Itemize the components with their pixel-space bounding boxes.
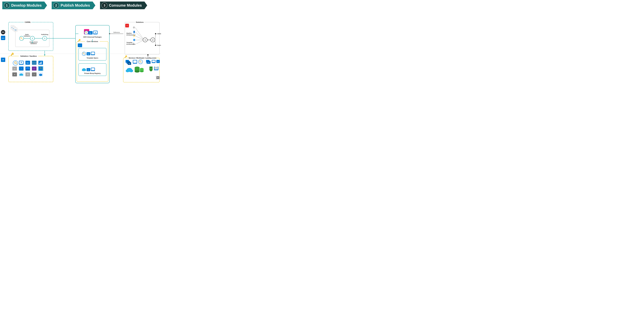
- svg-text:⇌: ⇌: [14, 68, 15, 70]
- carml-label: CARML: [25, 21, 31, 23]
- template-orch-label: Template: [126, 42, 132, 43]
- svg-text:A: A: [2, 59, 4, 61]
- sandbox-bar3: [41, 62, 42, 64]
- wl-code-icon: </>: [155, 67, 158, 69]
- svg-text:↑: ↑: [21, 68, 22, 70]
- solutions-label: Solutions: [136, 21, 144, 23]
- top-banners: 1 Develop Modules 2 Publish Modules 3 Co…: [0, 0, 161, 10]
- sol-step-2-text: 2: [152, 39, 154, 41]
- sol-bicep-icon: 🔷: [133, 39, 136, 41]
- svg-text:GH: GH: [2, 31, 4, 33]
- wl-monitor2-screen: [152, 60, 155, 62]
- banner-1-number: 1: [4, 2, 10, 8]
- sandbox-bar1: [39, 63, 40, 64]
- ado-sql-text: SQL: [89, 32, 92, 34]
- deploy-valid-label: Deployment: [30, 41, 38, 43]
- banner-consume: 3 Consume Modules: [100, 2, 147, 9]
- svg-text:3: 3: [44, 38, 45, 40]
- svg-text:≡: ≡: [34, 74, 34, 75]
- bicep-registry-label: Private Bicep Registry: [84, 72, 101, 74]
- pipeline-orch-label: Pipeline: [126, 32, 132, 34]
- pipeline-orch-label2: Orchestration: [126, 34, 136, 36]
- wl-monitor1-screen: [133, 60, 137, 63]
- wl-sql-label-r: SQL: [146, 63, 148, 64]
- ado-packages-label: ADO Universal Packages: [83, 36, 102, 38]
- svg-text:⊟: ⊟: [27, 73, 28, 75]
- deploy-valid-label-2: Validation: [30, 43, 37, 44]
- banner-2-title: Publish Modules: [60, 3, 94, 8]
- banner-2-number: 2: [53, 2, 59, 8]
- main-diagram: GH ADO A CARML YML YML YML 2 3: [0, 10, 161, 84]
- wl-mol-4: [159, 78, 160, 79]
- sol-deployment-label: Deployment: [157, 44, 161, 46]
- sandbox-key-res: [13, 60, 18, 66]
- wl-key-icon: [138, 60, 143, 64]
- sandbox-cloud-l: [19, 74, 22, 76]
- banner-3-title: Consume Modules: [109, 3, 146, 8]
- wl-sql5-t: SQL: [148, 62, 150, 63]
- svg-text:ADO: ADO: [2, 38, 4, 39]
- wl-cloud-l: [126, 70, 130, 72]
- sandbox-bar2: [40, 62, 41, 64]
- step-2-dot: [32, 42, 33, 43]
- workloads-key-icon: 🔑: [124, 55, 127, 58]
- sol-step-1-text: 1: [145, 39, 146, 41]
- sol-deploy-dot: [155, 45, 156, 46]
- bicep-icon-text: ≡: [80, 45, 80, 46]
- wl-molecule-center: [157, 77, 158, 78]
- core-key-icon: 🔑: [78, 39, 81, 42]
- svg-text:⬡: ⬡: [34, 68, 35, 70]
- svg-text:↺: ↺: [40, 74, 41, 76]
- sol-gear-icon: ⚙: [133, 26, 135, 29]
- wl-db-bot2: [140, 71, 144, 72]
- banner-develop: 1 Develop Modules: [2, 2, 47, 9]
- step3-arrow: [44, 54, 46, 56]
- publishing-label: Publishing: [41, 34, 48, 35]
- core-services-box: [77, 42, 108, 82]
- sol-to-deploy: [155, 40, 156, 45]
- svg-text:2: 2: [32, 38, 33, 40]
- banner-publish: 2 Publish Modules: [52, 2, 95, 9]
- sol-validation-label: Validation: [157, 33, 161, 34]
- sandbox-db-bot: [26, 68, 29, 70]
- wl-db-bot1: [135, 70, 140, 72]
- banner-3-number: 3: [102, 2, 108, 8]
- sandbox-key-icon: 🔑: [10, 52, 14, 56]
- sandbox-label: Validation / Sandbox: [20, 55, 37, 57]
- static-validation-label-2: Validation: [24, 35, 30, 37]
- svg-text:⊞: ⊞: [158, 61, 159, 62]
- sandbox-storage: [32, 61, 36, 65]
- ado-monitor-text: ▣: [95, 32, 96, 33]
- sandbox-sql-text: SQL: [26, 62, 29, 64]
- wl-shield-text: 🛡: [150, 68, 152, 70]
- wl-mol-1: [156, 76, 157, 77]
- sol-to-valid: [155, 34, 156, 40]
- sol-git-text: ⑂: [127, 25, 128, 26]
- br-sql-text: SQL: [88, 70, 90, 70]
- sol-person-icon: 👤: [133, 31, 136, 33]
- wl-sql3-t: SQL: [129, 63, 130, 64]
- sandbox-monitor-text: ▣: [21, 62, 22, 63]
- reference-text: Reference: [114, 32, 120, 33]
- sandbox-key-vault-icon: [38, 66, 43, 70]
- sol-line-2: [135, 32, 144, 40]
- sol-valid-dot: [155, 33, 156, 34]
- br-monitor-screen: [91, 68, 94, 70]
- sol-line-3: [135, 36, 144, 40]
- wl-mol-3: [156, 78, 157, 79]
- banner-1-title: Develop Modules: [11, 3, 46, 8]
- page-wrapper: 1 Develop Modules 2 Publish Modules 3 Co…: [0, 0, 161, 84]
- template-orch-label2: Orchestration: [126, 44, 136, 45]
- svg-text:⊞: ⊞: [14, 74, 15, 75]
- wl-cloud-r: [130, 70, 133, 72]
- template-specs-label: Template Specs: [86, 57, 98, 59]
- workloads-label: Services / Workloads / Landing zones: [129, 57, 156, 59]
- static-validation-label: Static: [25, 34, 29, 35]
- ts-monitor-screen: [91, 52, 94, 54]
- wl-mol-2: [159, 76, 160, 77]
- sandbox-cloud-r: [21, 74, 23, 76]
